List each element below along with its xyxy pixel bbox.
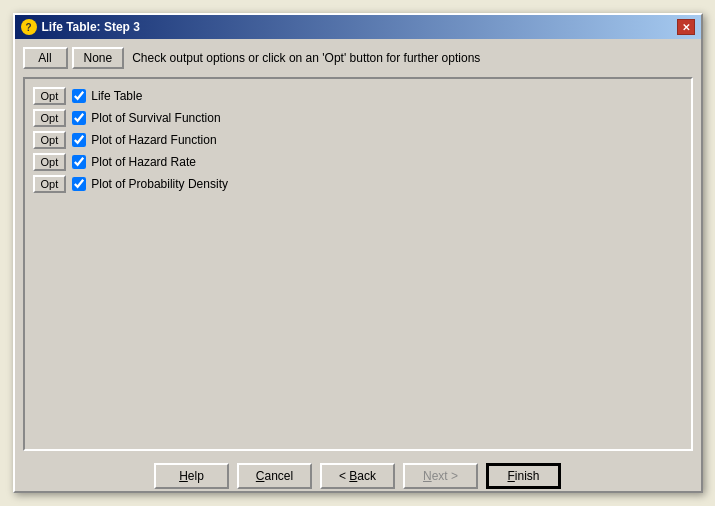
footer: Help Cancel < Back Next > Finish (15, 459, 701, 491)
title-bar: ? Life Table: Step 3 ✕ (15, 15, 701, 39)
option-label-hazard-rate: Plot of Hazard Rate (91, 155, 196, 169)
next-button[interactable]: Next > (403, 463, 478, 489)
opt-button-hazard-rate[interactable]: Opt (33, 153, 67, 171)
options-area: OptLife TableOptPlot of Survival Functio… (23, 77, 693, 451)
checkbox-wrap-hazard-rate: Plot of Hazard Rate (72, 155, 196, 169)
instruction-text: Check output options or click on an 'Opt… (132, 51, 480, 65)
close-button[interactable]: ✕ (677, 19, 695, 35)
option-row-hazard-function: OptPlot of Hazard Function (33, 131, 683, 149)
checkbox-probability-density[interactable] (72, 177, 86, 191)
none-button[interactable]: None (72, 47, 125, 69)
opt-button-life-table[interactable]: Opt (33, 87, 67, 105)
checkbox-wrap-life-table: Life Table (72, 89, 142, 103)
checkbox-life-table[interactable] (72, 89, 86, 103)
option-label-life-table: Life Table (91, 89, 142, 103)
option-row-survival-function: OptPlot of Survival Function (33, 109, 683, 127)
title-bar-left: ? Life Table: Step 3 (21, 19, 140, 35)
checkbox-wrap-survival-function: Plot of Survival Function (72, 111, 220, 125)
checkbox-survival-function[interactable] (72, 111, 86, 125)
option-row-life-table: OptLife Table (33, 87, 683, 105)
cancel-button[interactable]: Cancel (237, 463, 312, 489)
window-icon: ? (21, 19, 37, 35)
checkbox-hazard-rate[interactable] (72, 155, 86, 169)
opt-button-hazard-function[interactable]: Opt (33, 131, 67, 149)
window-title: Life Table: Step 3 (42, 20, 140, 34)
back-button[interactable]: < Back (320, 463, 395, 489)
option-row-hazard-rate: OptPlot of Hazard Rate (33, 153, 683, 171)
checkbox-wrap-hazard-function: Plot of Hazard Function (72, 133, 216, 147)
checkbox-wrap-probability-density: Plot of Probability Density (72, 177, 228, 191)
help-button[interactable]: Help (154, 463, 229, 489)
option-label-survival-function: Plot of Survival Function (91, 111, 220, 125)
finish-button[interactable]: Finish (486, 463, 561, 489)
checkbox-hazard-function[interactable] (72, 133, 86, 147)
main-window: ? Life Table: Step 3 ✕ All None Check ou… (13, 13, 703, 493)
option-row-probability-density: OptPlot of Probability Density (33, 175, 683, 193)
all-button[interactable]: All (23, 47, 68, 69)
option-label-hazard-function: Plot of Hazard Function (91, 133, 216, 147)
window-body: All None Check output options or click o… (15, 39, 701, 459)
opt-button-survival-function[interactable]: Opt (33, 109, 67, 127)
opt-button-probability-density[interactable]: Opt (33, 175, 67, 193)
toolbar-row: All None Check output options or click o… (23, 47, 693, 69)
option-label-probability-density: Plot of Probability Density (91, 177, 228, 191)
